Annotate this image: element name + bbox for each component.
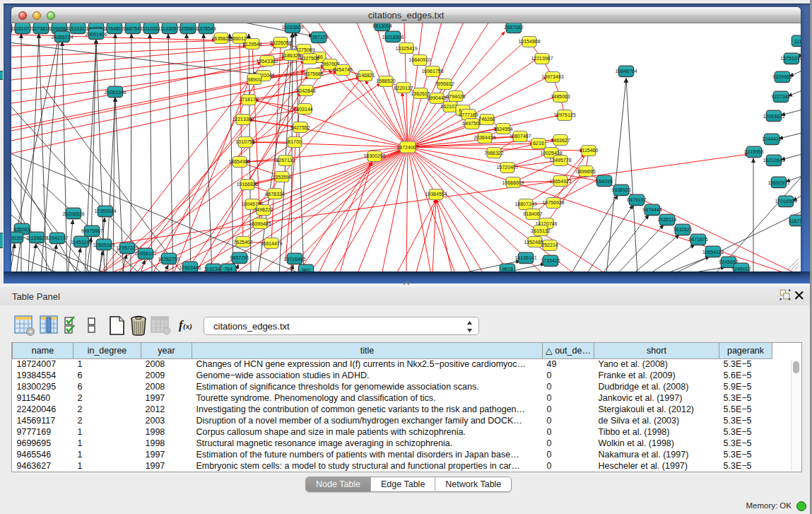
- svg-text:9857791: 9857791: [230, 255, 249, 260]
- svg-text:16210643: 16210643: [763, 158, 784, 163]
- svg-text:1733426: 1733426: [541, 258, 560, 263]
- svg-text:19384554: 19384554: [425, 192, 447, 197]
- svg-text:9338923: 9338923: [611, 187, 630, 192]
- svg-text:16914479: 16914479: [260, 241, 282, 246]
- svg-text:764: 764: [224, 267, 233, 271]
- svg-text:9474444: 9474444: [642, 207, 661, 212]
- svg-text:1519310: 1519310: [68, 26, 87, 31]
- svg-text:20053346: 20053346: [104, 90, 126, 95]
- svg-text:9777169: 9777169: [459, 112, 478, 117]
- svg-text:19218506: 19218506: [382, 35, 404, 40]
- svg-text:17016504: 17016504: [775, 199, 796, 204]
- svg-text:39159: 39159: [11, 235, 23, 240]
- svg-text:19756928: 19756928: [542, 200, 564, 205]
- svg-text:12213383: 12213383: [232, 117, 254, 122]
- svg-text:746266: 746266: [478, 117, 495, 122]
- svg-text:1010755: 1010755: [235, 139, 254, 144]
- svg-text:7485063: 7485063: [551, 94, 570, 99]
- svg-text:7625402: 7625402: [233, 240, 252, 245]
- svg-text:1133057: 1133057: [160, 26, 180, 31]
- svg-text:15751074: 15751074: [780, 56, 801, 61]
- svg-text:26206526: 26206526: [62, 211, 84, 216]
- svg-text:18654985: 18654985: [228, 159, 250, 164]
- svg-text:3498222: 3498222: [254, 207, 273, 212]
- svg-text:17957225: 17957225: [116, 245, 138, 250]
- svg-text:13325419: 13325419: [395, 46, 417, 51]
- svg-text:116753: 116753: [789, 218, 801, 223]
- svg-text:1255803: 1255803: [178, 26, 197, 31]
- svg-text:9463627: 9463627: [551, 138, 570, 143]
- svg-text:10807487: 10807487: [509, 134, 531, 139]
- svg-text:20091406: 20091406: [85, 32, 107, 37]
- svg-text:803144: 803144: [296, 107, 312, 112]
- svg-text:10688609: 10688609: [502, 180, 524, 185]
- svg-text:13716485: 13716485: [283, 257, 305, 262]
- svg-text:1396564: 1396564: [49, 26, 69, 31]
- svg-text:12942737: 12942737: [46, 235, 68, 240]
- svg-text:10654112: 10654112: [702, 250, 724, 255]
- svg-text:9227342: 9227342: [771, 94, 790, 99]
- svg-text:1588520: 1588520: [376, 78, 395, 83]
- svg-text:8375685: 8375685: [304, 71, 323, 76]
- svg-text:14136141: 14136141: [514, 255, 536, 260]
- svg-text:164095: 164095: [596, 179, 612, 184]
- svg-text:3267130: 3267130: [276, 158, 295, 163]
- svg-text:9115460: 9115460: [579, 148, 599, 153]
- svg-text:8186323: 8186323: [281, 53, 300, 58]
- svg-text:8215958: 8215958: [744, 149, 763, 154]
- svg-text:9618: 9618: [502, 267, 513, 271]
- svg-text:2687682: 2687682: [504, 25, 523, 30]
- svg-text:7955812: 7955812: [435, 81, 454, 86]
- svg-text:1615132: 1615132: [531, 228, 550, 233]
- svg-text:8471676: 8471676: [688, 237, 707, 242]
- svg-text:1887548: 1887548: [123, 26, 142, 31]
- svg-text:11451194: 11451194: [71, 240, 92, 245]
- svg-text:981: 981: [302, 268, 310, 271]
- svg-text:15720407: 15720407: [496, 165, 518, 170]
- svg-text:20364436: 20364436: [473, 135, 495, 140]
- svg-text:8454749: 8454749: [333, 67, 352, 72]
- svg-text:1353594: 1353594: [272, 175, 291, 180]
- svg-text:6794028: 6794028: [446, 94, 465, 99]
- svg-text:9327508: 9327508: [300, 56, 319, 61]
- svg-text:9245012: 9245012: [731, 267, 751, 271]
- svg-text:7632621: 7632621: [673, 227, 692, 232]
- svg-text:18807249: 18807249: [514, 201, 536, 206]
- svg-text:3824554: 3824554: [493, 127, 512, 132]
- svg-text:16848764: 16848764: [615, 69, 637, 74]
- svg-text:98901: 98901: [247, 77, 261, 82]
- svg-text:1151072: 1151072: [13, 26, 33, 31]
- svg-text:13495778: 13495778: [549, 158, 571, 163]
- svg-text:9242848: 9242848: [296, 88, 315, 93]
- svg-text:2935114: 2935114: [658, 217, 677, 222]
- svg-text:1244415: 1244415: [762, 136, 781, 141]
- svg-text:8220137: 8220137: [394, 86, 413, 90]
- svg-text:7635822: 7635822: [211, 36, 230, 41]
- svg-text:17359924: 17359924: [94, 209, 116, 214]
- svg-text:1764802: 1764802: [105, 26, 124, 31]
- svg-text:252214: 252214: [541, 243, 558, 247]
- svg-text:16782759: 16782759: [158, 257, 180, 262]
- svg-text:10154808: 10154808: [518, 39, 540, 44]
- svg-text:16033809: 16033809: [281, 25, 303, 30]
- svg-text:7357274: 7357274: [309, 35, 328, 40]
- svg-text:8990443: 8990443: [427, 95, 446, 100]
- svg-text:19166825: 19166825: [236, 182, 258, 187]
- svg-text:0899695: 0899695: [576, 169, 595, 174]
- svg-text:6216: 6216: [533, 141, 544, 146]
- svg-text:11156829: 11156829: [26, 235, 47, 240]
- svg-text:(x): (x): [183, 322, 192, 331]
- svg-text:8878334: 8878334: [265, 192, 284, 197]
- svg-text:81700: 81700: [288, 139, 302, 144]
- svg-text:18724007: 18724007: [396, 145, 418, 150]
- svg-text:24055724: 24055724: [51, 35, 73, 40]
- svg-text:1117: 1117: [794, 39, 801, 44]
- svg-text:1192344: 1192344: [204, 267, 223, 271]
- svg-text:9329966: 9329966: [772, 74, 792, 79]
- svg-text:13654923: 13654923: [549, 179, 571, 184]
- svg-text:8813054: 8813054: [372, 23, 392, 28]
- svg-text:15692971: 15692971: [767, 180, 789, 185]
- svg-text:1010311: 1010311: [142, 26, 161, 31]
- svg-text:12093872: 12093872: [763, 114, 784, 119]
- svg-text:835061: 835061: [13, 227, 30, 232]
